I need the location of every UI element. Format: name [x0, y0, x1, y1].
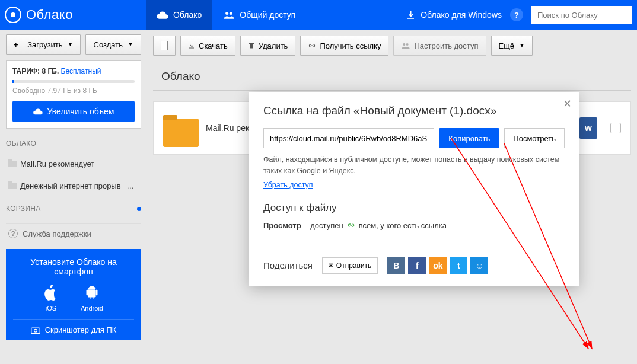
sidebar-item-money[interactable]: Денежный интернет прорыв … [6, 178, 141, 194]
svg-point-5 [406, 43, 409, 46]
share-link-modal: ✕ Ссылка на файл «Новый документ (1).doc… [249, 92, 579, 286]
search-input[interactable] [531, 6, 632, 24]
promo-title: Установите Облако на смартфон [13, 257, 134, 276]
folder-icon [8, 183, 17, 189]
download-windows-link[interactable]: Облако для Windows [405, 9, 502, 20]
apple-icon [44, 285, 58, 301]
breadcrumb[interactable]: Облако [161, 70, 200, 83]
folder-icon [8, 161, 17, 167]
access-button[interactable]: Настроить доступ [393, 36, 486, 56]
logo[interactable]: Облако [5, 7, 146, 23]
cloud-icon [157, 11, 168, 19]
question-icon: ? [8, 229, 18, 238]
tab-cloud[interactable]: Облако [146, 0, 212, 30]
android-icon [85, 285, 99, 301]
view-button[interactable]: Посмотреть [504, 128, 565, 148]
android-link[interactable]: Android [81, 285, 103, 312]
free-space-label: Свободно 7.97 ГБ из 8 ГБ [12, 87, 135, 95]
fb-share-icon[interactable]: f [408, 257, 426, 274]
plan-box: ТАРИФ: 8 ГБ. Бесплатный Свободно 7.97 ГБ… [6, 60, 141, 129]
screenshoter-link[interactable]: Скриншотер для ПК [13, 319, 134, 334]
vk-share-icon[interactable]: B [387, 257, 405, 274]
public-url-input[interactable] [263, 128, 434, 148]
link-icon [308, 42, 316, 49]
send-email-button[interactable]: ✉Отправить [322, 257, 378, 274]
hint-text: Файл, находящийся в публичном доступе, м… [263, 154, 565, 177]
ios-link[interactable]: iOS [44, 285, 58, 312]
storage-bar [12, 80, 135, 83]
enlarge-button[interactable]: Увеличить объем [12, 101, 135, 122]
remove-access-link[interactable]: Убрать доступ [263, 181, 313, 189]
help-icon[interactable]: ? [510, 8, 523, 21]
select-all-checkbox[interactable] [153, 36, 176, 56]
plan-type-link[interactable]: Бесплатный [61, 67, 101, 75]
section-trash-title[interactable]: КОРЗИНА [6, 205, 141, 213]
download-button[interactable]: Скачать [180, 36, 235, 56]
access-line: Просмотр доступен всем, у кого есть ссыл… [263, 221, 565, 240]
create-button[interactable]: Создать ▼ [85, 34, 141, 55]
at-icon [5, 7, 21, 23]
download-icon [405, 9, 416, 20]
camera-icon [31, 326, 40, 334]
svg-rect-2 [31, 328, 39, 334]
svg-point-1 [230, 12, 232, 15]
access-heading: Доступ к файлу [263, 202, 565, 214]
modal-title: Ссылка на файл «Новый документ (1).docx» [263, 104, 565, 117]
svg-point-4 [403, 43, 406, 46]
section-cloud-title: ОБЛАКО [6, 139, 141, 148]
promo-box: Установите Облако на смартфон iOS Androi… [6, 249, 141, 340]
dot-indicator [137, 207, 141, 211]
cloud-icon [33, 108, 43, 115]
upload-button[interactable]: + Загрузить ▼ [6, 34, 81, 55]
trash-icon [248, 42, 255, 49]
download-icon [188, 42, 195, 49]
ok-share-icon[interactable]: ok [429, 257, 447, 274]
share-heading: Поделиться [263, 260, 313, 270]
more-button[interactable]: Ещё ▼ [491, 36, 533, 56]
logo-text: Облако [26, 7, 73, 23]
link-icon [347, 222, 355, 229]
tab-shared[interactable]: Общий доступ [212, 0, 306, 30]
getlink-button[interactable]: Получить ссылку [300, 36, 388, 56]
tw-share-icon[interactable]: t [450, 257, 467, 274]
close-icon[interactable]: ✕ [563, 97, 572, 110]
delete-button[interactable]: Удалить [240, 36, 296, 56]
svg-point-0 [225, 12, 228, 15]
people-icon [223, 11, 235, 19]
folder-thumb-icon [163, 119, 199, 147]
people-icon [401, 42, 410, 49]
svg-point-3 [34, 329, 37, 332]
link-status-icon[interactable] [610, 123, 621, 133]
support-link[interactable]: ?Служба поддержки [6, 223, 141, 243]
copy-button[interactable]: Копировать [439, 128, 499, 148]
sidebar-item-recommends[interactable]: Mail.Ru рекомендует [6, 156, 141, 172]
mm-share-icon[interactable]: ☺ [470, 257, 488, 274]
